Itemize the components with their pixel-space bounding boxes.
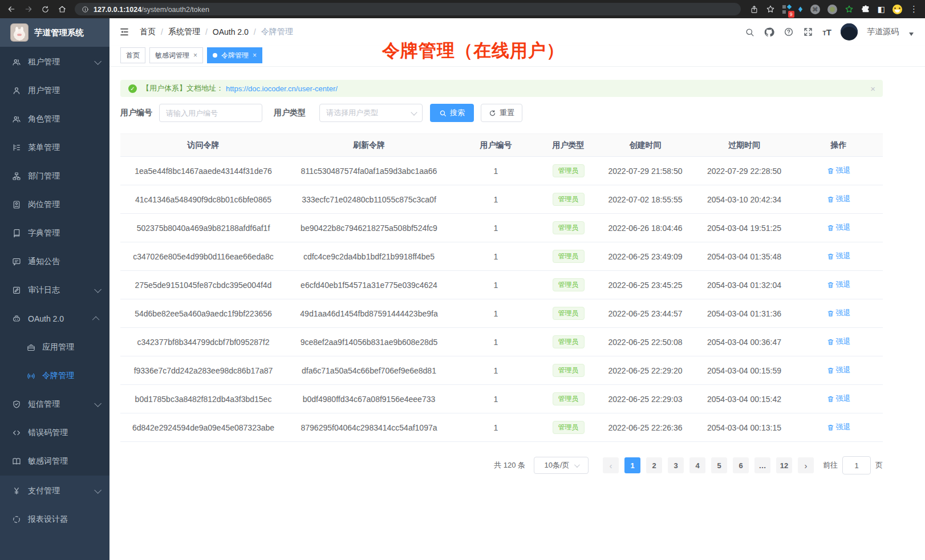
sidebar-fold-icon[interactable] [119,27,129,37]
page-button-3[interactable]: 3 [668,457,684,473]
alert-close-icon[interactable]: × [870,84,875,94]
force-logout-button[interactable]: 强退 [827,251,851,261]
reset-button[interactable]: 重置 [481,104,522,122]
home-icon[interactable] [58,5,67,14]
user-name[interactable]: 芋道源码 [867,27,899,37]
force-logout-button[interactable]: 强退 [827,365,851,375]
sidebar-item-菜单管理[interactable]: 菜单管理 [0,133,109,162]
sidebar-item-令牌管理[interactable]: 令牌管理 [0,362,109,390]
tab-close-icon[interactable]: × [193,51,197,59]
font-size-icon[interactable]: TT [822,28,831,36]
share-icon[interactable] [750,5,758,14]
goto-page-input[interactable] [842,456,871,474]
sidebar-item-部门管理[interactable]: 部门管理 [0,162,109,190]
table-cell: c347026e805e4d99b0d116eae66eda8c [120,242,286,271]
page-size-select[interactable]: 10条/页 [534,457,589,474]
breadcrumb-item[interactable]: OAuth 2.0 [213,27,249,36]
command-extension-icon[interactable]: ⌘ [810,5,820,14]
user-menu-caret-icon[interactable] [909,33,914,36]
prev-page-icon[interactable]: ‹ [603,457,619,473]
user-id-input[interactable] [159,104,262,122]
table-cell-actions: 强退 [794,157,883,185]
tab-首页[interactable]: 首页 [120,47,145,63]
force-logout-label: 强退 [836,393,851,404]
search-button[interactable]: 搜索 [430,104,474,122]
sidebar-item-用户管理[interactable]: 用户管理 [0,76,109,105]
browser-menu-icon[interactable]: ⋮ [910,4,918,14]
page-button-2[interactable]: 2 [646,457,662,473]
url-host: 127.0.0.1:1024 [94,6,141,14]
sidebar-item-OAuth 2.0[interactable]: OAuth 2.0 [0,305,109,333]
sidebar-item-label: 支付管理 [28,486,60,496]
force-logout-button[interactable]: 强退 [827,336,851,347]
user-avatar[interactable] [841,23,858,40]
sidebar-item-报表设计器[interactable]: 报表设计器 [0,505,109,534]
force-logout-button[interactable]: 强退 [827,279,851,290]
app-logo-bar[interactable]: 芋道管理系统 [0,18,109,47]
sidebar-item-label: 审计日志 [28,285,60,295]
sidebar-item-岗位管理[interactable]: 岗位管理 [0,190,109,219]
search-icon[interactable] [745,27,754,37]
forward-icon[interactable] [24,5,33,14]
next-page-icon[interactable]: › [798,457,814,473]
force-logout-button[interactable]: 强退 [827,222,851,233]
page-button-1[interactable]: 1 [624,457,640,473]
table-cell: 2022-07-02 18:55:55 [597,185,694,214]
force-logout-button[interactable]: 强退 [827,165,851,176]
table-cell: 管理员 [540,413,597,442]
page-button-6[interactable]: 6 [733,457,749,473]
page-button-5[interactable]: 5 [711,457,727,473]
sidepanel-icon[interactable]: ◧ [878,5,885,13]
user-type-select[interactable]: 请选择用户类型 [319,104,423,122]
user-icon [12,86,21,95]
sidebar-item-短信管理[interactable]: 短信管理 [0,390,109,419]
force-logout-button[interactable]: 强退 [827,194,851,204]
sidebar-item-敏感词管理[interactable]: 敏感词管理 [0,447,109,476]
help-icon[interactable] [784,27,794,37]
profile-avatar-icon[interactable] [892,5,902,14]
star-extension-icon[interactable] [845,5,854,14]
sidebar-item-应用管理[interactable]: 应用管理 [0,333,109,362]
recorder-extension-icon[interactable] [827,5,837,14]
column-header: 操作 [794,134,883,157]
tab-敏感词管理[interactable]: 敏感词管理× [149,47,203,63]
sidebar-item-审计日志[interactable]: 审计日志 [0,276,109,305]
page-button-4[interactable]: 4 [689,457,705,473]
info-icon[interactable] [82,6,89,13]
breadcrumb-item[interactable]: 系统管理 [168,27,200,37]
sidebar-item-字典管理[interactable]: 字典管理 [0,219,109,247]
sidebar-item-通知公告[interactable]: 通知公告 [0,247,109,276]
table-cell: 2022-06-26 18:04:46 [597,214,694,242]
sidebar-item-label: 部门管理 [28,171,60,181]
force-logout-button[interactable]: 强退 [827,308,851,318]
content: ✓ 【用户体系】文档地址： https://doc.iocoder.cn/use… [109,67,925,560]
bookmark-star-icon[interactable] [766,5,775,14]
github-icon[interactable] [764,27,774,38]
breadcrumb-item[interactable]: 首页 [140,27,156,37]
reload-icon[interactable] [41,5,50,14]
force-logout-button[interactable]: 强退 [827,393,851,404]
page-ellipsis[interactable]: … [754,457,770,473]
back-icon[interactable] [7,5,16,14]
page-button-12[interactable]: 12 [776,457,792,473]
table-cell: 2054-03-04 00:15:59 [694,356,794,385]
extension-badge: 9 [788,11,794,18]
trash-icon [827,167,834,175]
alert-doc-link[interactable]: https://doc.iocoder.cn/user-center/ [226,84,338,93]
force-logout-button[interactable]: 强退 [827,422,851,432]
gem-extension-icon[interactable]: ♦ [798,5,803,14]
sidebar-item-租户管理[interactable]: 租户管理 [0,48,109,76]
sidebar-item-支付管理[interactable]: 支付管理 [0,477,109,505]
sidebar-item-错误码管理[interactable]: 错误码管理 [0,419,109,447]
tab-令牌管理[interactable]: 令牌管理× [207,47,262,63]
sidebar-item-label: 令牌管理 [42,371,74,381]
puzzle-extensions-icon[interactable] [861,5,870,14]
tree-icon [12,143,21,152]
sidebar-item-label: 应用管理 [42,342,74,352]
total-count: 共 120 条 [494,460,525,470]
fullscreen-icon[interactable] [803,27,813,37]
tab-close-icon[interactable]: × [253,51,257,59]
url-bar[interactable]: 127.0.0.1:1024/system/oauth2/token [75,3,741,15]
extension-grid-icon[interactable]: 9 [782,5,791,14]
sidebar-item-角色管理[interactable]: 角色管理 [0,105,109,133]
